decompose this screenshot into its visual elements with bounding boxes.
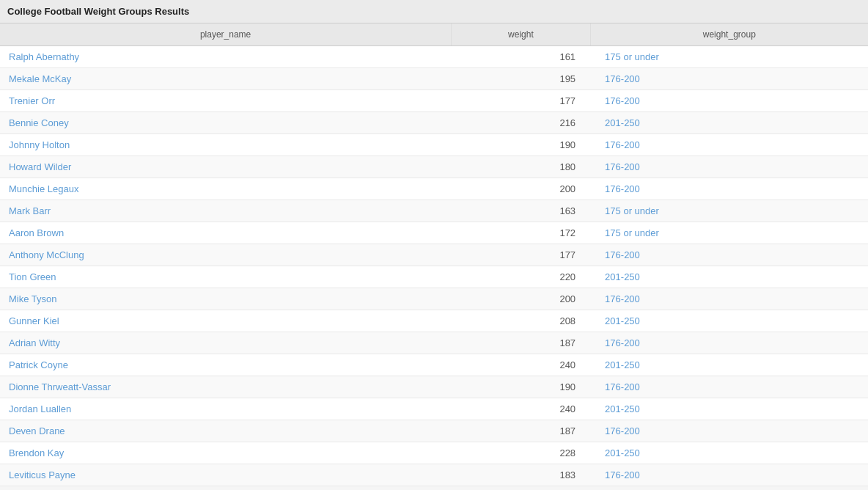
cell-weight: 240 [452,354,590,376]
cell-player-name: Aaron Brown [0,222,452,244]
cell-player-name: Johnny Holton [0,134,452,156]
table-row: Patrick Coyne240201-250 [0,354,868,376]
cell-weight: 220 [452,266,590,288]
cell-weight: 216 [452,112,590,134]
cell-weight: 200 [452,288,590,310]
cell-player-name: Dionne Thrweatt-Vassar [0,376,452,398]
cell-weight-group: 176-200 [590,332,868,354]
table-row: Aaron Brown172175 or under [0,222,868,244]
table-row: Ralph Abernathy161175 or under [0,46,868,68]
cell-player-name: Gunner Kiel [0,310,452,332]
cell-weight: 228 [452,442,590,464]
table-row: Howard Wilder180176-200 [0,156,868,178]
table-header-row: player_name weight weight_group [0,23,868,46]
table-row: Dionne Thrweatt-Vassar190176-200 [0,376,868,398]
cell-player-name: Brendon Kay [0,442,452,464]
table-row: Mekale McKay195176-200 [0,68,868,90]
cell-weight-group: 201-250 [590,310,868,332]
cell-weight-group: 176-200 [590,134,868,156]
cell-weight-group: 176-200 [590,464,868,486]
cell-weight-group: 176-200 [590,288,868,310]
table-container: player_name weight weight_group Ralph Ab… [0,23,868,486]
cell-player-name: Adrian Witty [0,332,452,354]
cell-weight: 240 [452,398,590,420]
cell-weight: 183 [452,464,590,486]
cell-player-name: Mekale McKay [0,68,452,90]
page-title: College Football Weight Groups Results [0,0,868,23]
cell-weight-group: 201-250 [590,442,868,464]
cell-weight-group: 176-200 [590,90,868,112]
cell-player-name: Deven Drane [0,420,452,442]
table-row: Gunner Kiel208201-250 [0,310,868,332]
cell-weight-group: 201-250 [590,398,868,420]
cell-weight-group: 175 or under [590,46,868,68]
cell-weight: 195 [452,68,590,90]
cell-weight: 177 [452,244,590,266]
cell-weight: 187 [452,332,590,354]
cell-weight-group: 176-200 [590,244,868,266]
cell-weight: 200 [452,178,590,200]
cell-weight-group: 176-200 [590,376,868,398]
cell-weight: 161 [452,46,590,68]
cell-weight-group: 201-250 [590,354,868,376]
cell-weight-group: 176-200 [590,178,868,200]
cell-weight: 190 [452,134,590,156]
cell-weight-group: 176-200 [590,68,868,90]
cell-weight: 172 [452,222,590,244]
cell-player-name: Bennie Coney [0,112,452,134]
cell-weight-group: 201-250 [590,266,868,288]
cell-weight-group: 175 or under [590,200,868,222]
table-row: Mark Barr163175 or under [0,200,868,222]
cell-player-name: Howard Wilder [0,156,452,178]
table-row: Jordan Luallen240201-250 [0,398,868,420]
cell-weight: 208 [452,310,590,332]
col-header-player-name: player_name [0,23,452,46]
table-row: Deven Drane187176-200 [0,420,868,442]
table-row: Leviticus Payne183176-200 [0,464,868,486]
table-row: Trenier Orr177176-200 [0,90,868,112]
cell-weight: 177 [452,90,590,112]
cell-player-name: Jordan Luallen [0,398,452,420]
cell-player-name: Munchie Legaux [0,178,452,200]
cell-weight-group: 175 or under [590,222,868,244]
cell-weight: 163 [452,200,590,222]
cell-player-name: Mark Barr [0,200,452,222]
table-row: Adrian Witty187176-200 [0,332,868,354]
cell-player-name: Tion Green [0,266,452,288]
cell-weight: 187 [452,420,590,442]
cell-player-name: Anthony McClung [0,244,452,266]
cell-weight: 180 [452,156,590,178]
results-table: player_name weight weight_group Ralph Ab… [0,23,868,486]
cell-player-name: Leviticus Payne [0,464,452,486]
table-row: Anthony McClung177176-200 [0,244,868,266]
col-header-weight: weight [452,23,590,46]
cell-player-name: Patrick Coyne [0,354,452,376]
table-row: Mike Tyson200176-200 [0,288,868,310]
cell-player-name: Ralph Abernathy [0,46,452,68]
col-header-weight-group: weight_group [590,23,868,46]
table-row: Bennie Coney216201-250 [0,112,868,134]
cell-weight-group: 201-250 [590,112,868,134]
cell-weight-group: 176-200 [590,156,868,178]
table-row: Brendon Kay228201-250 [0,442,868,464]
table-row: Tion Green220201-250 [0,266,868,288]
cell-weight-group: 176-200 [590,420,868,442]
table-row: Johnny Holton190176-200 [0,134,868,156]
cell-player-name: Mike Tyson [0,288,452,310]
cell-weight: 190 [452,376,590,398]
table-row: Munchie Legaux200176-200 [0,178,868,200]
cell-player-name: Trenier Orr [0,90,452,112]
